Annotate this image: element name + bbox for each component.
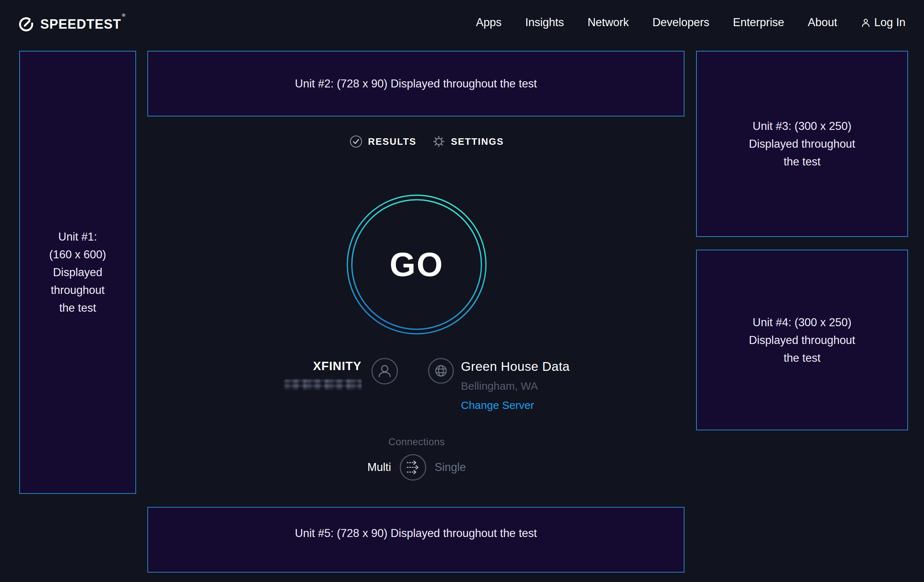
brand-wordmark: SPEEDTEST® (40, 17, 126, 32)
ad-unit-2[interactable]: Unit #2: (728 x 90) Displayed throughout… (147, 51, 685, 117)
ad-unit-4-text: Unit #4: (300 x 250) Displayed throughou… (749, 313, 855, 367)
ad-unit-3-text: Unit #3: (300 x 250) Displayed throughou… (749, 117, 855, 171)
isp-user-icon (371, 358, 398, 385)
ad-unit-4[interactable]: Unit #4: (300 x 250) Displayed throughou… (696, 250, 908, 430)
connections-toggle-icon[interactable] (399, 453, 427, 481)
view-tabs: RESULTS SETTINGS (350, 135, 504, 148)
nav-item-enterprise[interactable]: Enterprise (733, 16, 784, 29)
ad-unit-2-text: Unit #2: (728 x 90) Displayed throughout… (295, 75, 537, 92)
go-button[interactable]: GO (346, 194, 487, 335)
isp-name: XFINITY (254, 359, 361, 373)
user-icon (861, 18, 871, 28)
server-location: Bellingham, WA (461, 380, 570, 392)
ad-unit-3[interactable]: Unit #3: (300 x 250) Displayed throughou… (696, 51, 908, 237)
gear-icon (432, 135, 445, 148)
nav-item-apps[interactable]: Apps (476, 16, 502, 29)
ip-address-redacted (285, 379, 361, 390)
speedometer-gauge-icon (18, 16, 35, 33)
nav-item-developers[interactable]: Developers (653, 16, 710, 29)
nav-item-insights[interactable]: Insights (525, 16, 564, 29)
connections-label: Connections (358, 437, 475, 448)
speedtest-logo[interactable]: SPEEDTEST® (18, 16, 126, 33)
nav-item-about[interactable]: About (808, 16, 837, 29)
main-nav: Apps Insights Network Developers Enterpr… (476, 16, 906, 29)
connections-toggle-row: Multi Single (358, 453, 475, 481)
tab-results[interactable]: RESULTS (350, 135, 416, 148)
ad-unit-5-text: Unit #5: (728 x 90) Displayed throughout… (295, 524, 537, 542)
server-globe-icon (427, 358, 454, 384)
nav-item-network[interactable]: Network (587, 16, 629, 29)
connections-option-single[interactable]: Single (435, 461, 466, 474)
tab-results-label: RESULTS (368, 136, 416, 147)
trademark-symbol: ® (122, 12, 126, 18)
ad-unit-5[interactable]: Unit #5: (728 x 90) Displayed throughout… (147, 507, 685, 572)
check-circle-icon (350, 135, 363, 148)
login-label: Log In (874, 16, 906, 29)
ad-unit-1[interactable]: Unit #1: (160 x 600) Displayed throughou… (19, 51, 136, 494)
login-button[interactable]: Log In (861, 16, 906, 29)
connections-option-multi[interactable]: Multi (367, 461, 391, 474)
change-server-link[interactable]: Change Server (461, 399, 570, 411)
server-host: Green House Data (461, 359, 570, 374)
speedtest-page: SPEEDTEST® Apps Insights Network Develop… (0, 0, 924, 582)
tab-settings[interactable]: SETTINGS (432, 135, 504, 148)
tab-settings-label: SETTINGS (451, 136, 504, 147)
connections-section: Connections Multi Single (358, 437, 475, 481)
go-label: GO (346, 194, 487, 335)
ad-unit-1-text: Unit #1: (160 x 600) Displayed throughou… (50, 228, 106, 317)
server-block: Green House Data Bellingham, WA Change S… (461, 359, 570, 411)
isp-block: XFINITY (254, 359, 361, 390)
